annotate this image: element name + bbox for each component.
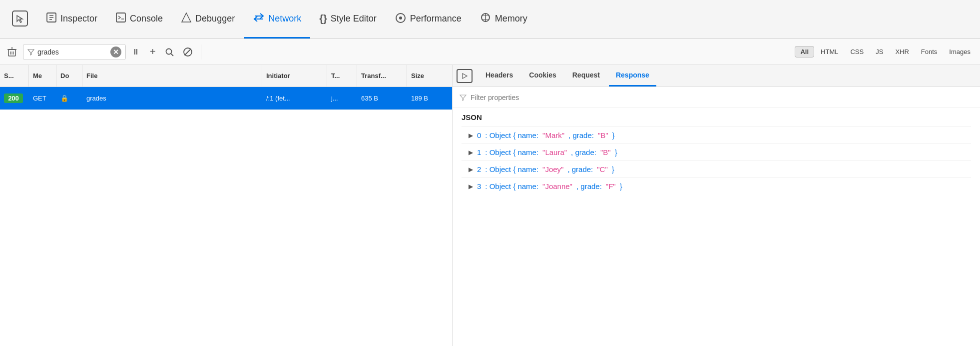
json-item-3[interactable]: ▶ 3 : Object { name: "Joanne" , grade: "…: [462, 178, 971, 194]
panel-tab-response[interactable]: Response: [609, 65, 656, 86]
network-list: S... Me Do File Initiator T... Transf...…: [0, 65, 453, 346]
json-label: JSON: [462, 113, 971, 122]
json-section: JSON ▶ 0 : Object { name: "Mark" , grade…: [453, 108, 980, 346]
row-initiator: /:1 (fet...: [262, 87, 327, 110]
pick-icon: [12, 10, 28, 26]
json-name-val-0: "Mark": [542, 131, 564, 140]
tab-memory[interactable]: Memory: [471, 0, 536, 38]
th-domain: Do: [56, 65, 82, 86]
panel-tabs: Headers Cookies Request Response: [453, 65, 980, 87]
lock-icon: 🔒: [60, 94, 68, 102]
search-button[interactable]: [162, 46, 177, 58]
console-icon: [115, 12, 126, 26]
tab-network[interactable]: Network: [244, 0, 310, 38]
th-size: Size: [407, 65, 452, 86]
json-text-mid-3: , grade:: [576, 182, 602, 190]
json-text-after-3: }: [620, 182, 622, 190]
memory-label: Memory: [495, 14, 527, 24]
tab-console[interactable]: Console: [106, 0, 172, 38]
pause-button[interactable]: ⏸: [129, 46, 144, 58]
row-status: 200: [0, 87, 29, 110]
json-text-after-0: }: [612, 131, 615, 140]
json-index-1: 1: [477, 148, 481, 156]
svg-point-9: [399, 16, 402, 20]
svg-point-20: [166, 48, 171, 54]
debugger-label: Debugger: [195, 14, 235, 24]
console-label: Console: [130, 14, 163, 24]
json-grade-val-3: "F": [606, 182, 616, 190]
json-grade-val-1: "B": [600, 148, 611, 156]
json-index-3: 3: [477, 182, 481, 190]
network-toolbar: ✕ ⏸ + All HTML CSS JS XHR Fonts Images: [0, 39, 980, 65]
tab-inspector[interactable]: Inspector: [37, 0, 106, 38]
filter-images-button[interactable]: Images: [944, 46, 976, 58]
json-grade-val-0: "B": [598, 131, 608, 140]
filter-type-group: All HTML CSS JS XHR Fonts Images: [795, 46, 976, 58]
filter-js-button[interactable]: JS: [870, 46, 889, 58]
filter-funnel-icon: [27, 48, 34, 56]
response-play-icon[interactable]: [457, 69, 473, 83]
svg-marker-24: [463, 74, 467, 78]
network-label: Network: [268, 14, 301, 24]
json-arrow-3: ▶: [469, 183, 473, 190]
th-initiator: Initiator: [262, 65, 327, 86]
filter-url-wrap: ✕: [23, 44, 126, 60]
add-button[interactable]: +: [147, 44, 159, 60]
th-type: T...: [327, 65, 357, 86]
row-size: 189 B: [407, 87, 452, 110]
block-button[interactable]: [180, 45, 196, 59]
filter-html-button[interactable]: HTML: [815, 46, 844, 58]
json-text-after-2: }: [612, 165, 614, 174]
search-icon: [165, 48, 174, 56]
svg-line-23: [184, 48, 191, 55]
toolbar-separator: [201, 44, 201, 60]
filter-props-input[interactable]: [471, 94, 973, 102]
tab-bar: Inspector Console Debugger: [0, 0, 980, 39]
th-method: Me: [29, 65, 56, 86]
json-text-after-1: }: [615, 148, 617, 156]
filter-all-button[interactable]: All: [795, 46, 814, 58]
panel-tab-cookies[interactable]: Cookies: [522, 65, 563, 86]
filter-props-icon: [460, 94, 467, 101]
json-grade-val-2: "C": [597, 165, 607, 174]
debugger-icon: [181, 12, 192, 26]
tab-performance[interactable]: Performance: [386, 0, 471, 38]
inspector-label: Inspector: [60, 14, 97, 24]
tab-debugger[interactable]: Debugger: [172, 0, 244, 38]
json-index-2: 2: [477, 165, 481, 174]
panel-tab-headers[interactable]: Headers: [479, 65, 520, 86]
json-name-val-1: "Laura": [542, 148, 567, 156]
json-text-before-0: : Object { name:: [485, 131, 538, 140]
table-row[interactable]: 200 GET 🔒 grades /:1 (fet... j... 635 B …: [0, 87, 452, 110]
json-text-mid-2: , grade:: [567, 165, 593, 174]
json-name-val-2: "Joey": [542, 165, 563, 174]
clear-filter-button[interactable]: ✕: [110, 46, 121, 58]
main-content: S... Me Do File Initiator T... Transf...…: [0, 65, 980, 346]
filter-css-button[interactable]: CSS: [845, 46, 869, 58]
json-text-mid-0: , grade:: [568, 131, 594, 140]
json-item-2[interactable]: ▶ 2 : Object { name: "Joey" , grade: "C"…: [462, 160, 971, 178]
memory-icon: [480, 12, 491, 26]
json-index-0: 0: [477, 131, 481, 140]
json-text-before-2: : Object { name:: [485, 165, 538, 174]
tab-style-editor[interactable]: {} Style Editor: [310, 0, 386, 38]
style-editor-label: Style Editor: [331, 14, 377, 24]
json-item-0[interactable]: ▶ 0 : Object { name: "Mark" , grade: "B"…: [462, 126, 971, 144]
json-name-val-3: "Joanne": [542, 182, 572, 190]
json-arrow-0: ▶: [469, 132, 473, 139]
filter-xhr-button[interactable]: XHR: [890, 46, 914, 58]
panel-tab-request[interactable]: Request: [565, 65, 607, 86]
json-text-before-1: : Object { name:: [485, 148, 538, 156]
row-domain: 🔒: [56, 87, 82, 110]
filter-url-input[interactable]: [37, 48, 107, 56]
status-badge: 200: [4, 94, 23, 103]
json-item-1[interactable]: ▶ 1 : Object { name: "Laura" , grade: "B…: [462, 144, 971, 160]
th-status: S...: [0, 65, 29, 86]
plus-icon: +: [150, 46, 156, 58]
json-text-before-3: : Object { name:: [485, 182, 538, 190]
tab-pick[interactable]: [3, 0, 37, 38]
th-transferred: Transf...: [357, 65, 407, 86]
delete-button[interactable]: [4, 45, 20, 59]
filter-fonts-button[interactable]: Fonts: [916, 46, 943, 58]
json-arrow-2: ▶: [469, 166, 473, 173]
